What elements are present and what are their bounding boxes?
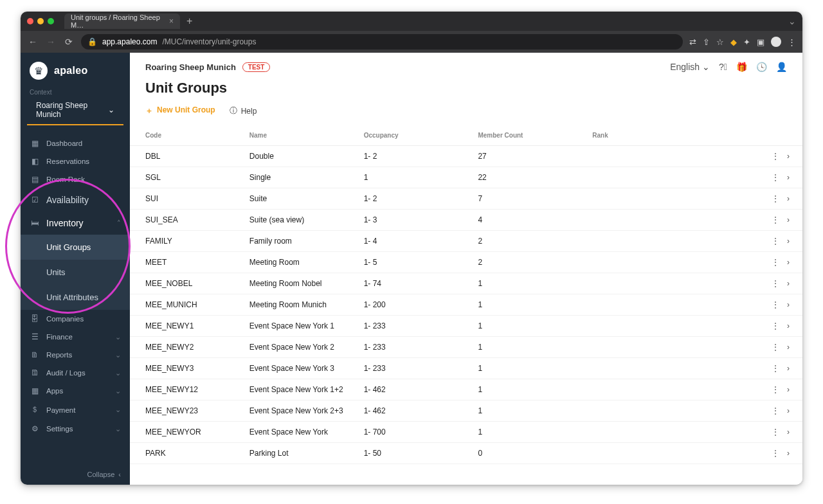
more-icon[interactable]: ⋮	[772, 237, 779, 246]
sidebar-sub-units[interactable]: Units	[21, 260, 130, 285]
table-row[interactable]: MEE_NOBELMeeting Room Nobel1- 741⋮›	[130, 273, 802, 294]
sidebar-item-companies[interactable]: 🗄 Companies	[21, 310, 130, 328]
table-row[interactable]: DBLDouble1- 227⋮›	[130, 146, 802, 167]
sidebar-item-availability[interactable]: ☑ Availability	[21, 188, 130, 212]
table-row[interactable]: FAMILYFamily room1- 42⋮›	[130, 231, 802, 252]
menu-icon[interactable]: ⋮	[788, 37, 796, 47]
chevron-right-icon[interactable]: ›	[787, 279, 790, 288]
extension-icon[interactable]: ◆	[730, 37, 737, 47]
gift-icon[interactable]: 🎁	[736, 62, 747, 72]
chevron-right-icon[interactable]: ›	[787, 385, 790, 394]
table-row[interactable]: PARKParking Lot1- 500⋮›	[130, 443, 802, 464]
more-icon[interactable]: ⋮	[772, 428, 779, 437]
chevron-right-icon[interactable]: ›	[787, 406, 790, 415]
table-row[interactable]: SGLSingle122⋮›	[130, 167, 802, 188]
sidebar-item-apps[interactable]: ▦ Apps ⌄	[21, 382, 130, 400]
profile-avatar[interactable]	[771, 37, 781, 47]
table-row[interactable]: MEE_NEWYOREvent Space New York1- 7001⋮›	[130, 422, 802, 443]
forward-button[interactable]: →	[45, 37, 57, 47]
col-header-rank[interactable]: Rank	[587, 125, 708, 146]
more-icon[interactable]: ⋮	[772, 173, 779, 182]
sidebar-item-audit[interactable]: 🖺 Audit / Logs ⌄	[21, 364, 130, 382]
more-icon[interactable]: ⋮	[772, 194, 779, 203]
sidebar-sub-unit-groups[interactable]: Unit Groups	[21, 235, 130, 260]
chevron-right-icon[interactable]: ›	[787, 173, 790, 182]
chevron-right-icon[interactable]: ›	[787, 321, 790, 330]
col-header-code[interactable]: Code	[130, 125, 244, 146]
chevron-down-icon[interactable]: ⌄	[788, 16, 796, 26]
translate-icon[interactable]: ⇄	[689, 37, 696, 47]
window-minimize-button[interactable]	[37, 18, 44, 24]
user-icon[interactable]: 👤	[776, 62, 787, 72]
sidebar-item-reservations[interactable]: ◧ Reservations	[21, 152, 130, 170]
sidebar-item-settings[interactable]: ⚙ Settings ⌄	[21, 420, 130, 438]
window-zoom-button[interactable]	[48, 18, 54, 24]
browser-tab[interactable]: Unit groups / Roaring Sheep M… ×	[64, 14, 180, 29]
more-icon[interactable]: ⋮	[772, 364, 779, 373]
more-icon[interactable]: ⋮	[772, 343, 779, 352]
chevron-right-icon[interactable]: ›	[787, 428, 790, 437]
more-icon[interactable]: ⋮	[772, 406, 779, 415]
table-row[interactable]: SUI_SEASuite (sea view)1- 34⋮›	[130, 210, 802, 231]
table-row[interactable]: MEE_NEWY23Event Space New York 2+31- 462…	[130, 401, 802, 422]
language-selector[interactable]: English ⌄	[670, 62, 710, 72]
table-row[interactable]: SUISuite1- 27⋮›	[130, 188, 802, 210]
more-icon[interactable]: ⋮	[772, 449, 779, 458]
chevron-right-icon[interactable]: ›	[787, 215, 790, 224]
table-row[interactable]: MEE_NEWY12Event Space New York 1+21- 462…	[130, 379, 802, 401]
cell-rank	[587, 252, 708, 273]
table-row[interactable]: MEE_NEWY3Event Space New York 31- 2331⋮›	[130, 358, 802, 379]
reload-button[interactable]: ⟳	[63, 37, 75, 47]
chevron-right-icon[interactable]: ›	[787, 364, 790, 373]
chevron-right-icon[interactable]: ›	[787, 152, 790, 161]
more-icon[interactable]: ⋮	[772, 152, 779, 161]
col-header-occupancy[interactable]: Occupancy	[359, 125, 473, 146]
collapse-sidebar-button[interactable]: Collapse ‹	[21, 464, 130, 485]
new-tab-button[interactable]: +	[186, 16, 192, 26]
more-icon[interactable]: ⋮	[772, 258, 779, 267]
chevron-right-icon[interactable]: ›	[787, 300, 790, 309]
cell-rank	[587, 167, 708, 188]
sidebar-item-finance[interactable]: ☰ Finance ⌄	[21, 328, 130, 346]
col-header-name[interactable]: Name	[244, 125, 359, 146]
table-row[interactable]: MEE_NEWY2Event Space New York 21- 2331⋮›	[130, 337, 802, 358]
context-selector[interactable]: Roaring Sheep Munich ⌄	[27, 97, 123, 125]
more-icon[interactable]: ⋮	[772, 215, 779, 224]
more-icon[interactable]: ⋮	[772, 385, 779, 394]
cell-actions: ⋮›	[709, 273, 802, 294]
col-header-member-count[interactable]: Member Count	[473, 125, 587, 146]
cell-actions: ⋮›	[709, 210, 802, 231]
more-icon[interactable]: ⋮	[772, 300, 779, 309]
more-icon[interactable]: ⋮	[772, 321, 779, 330]
sidebar-sub-unit-attributes[interactable]: Unit Attributes	[21, 285, 130, 310]
star-icon[interactable]: ☆	[716, 37, 724, 47]
puzzle-icon[interactable]: ✦	[743, 37, 750, 47]
more-icon[interactable]: ⋮	[772, 279, 779, 288]
cell-member-count: 1	[473, 358, 587, 379]
table-row[interactable]: MEE_NEWY1Event Space New York 11- 2331⋮›	[130, 316, 802, 337]
close-icon[interactable]: ×	[169, 17, 174, 25]
chevron-right-icon[interactable]: ›	[787, 194, 790, 203]
address-bar[interactable]: 🔒 app.apaleo.com/MUC/inventory/unit-grou…	[81, 34, 683, 50]
clock-icon[interactable]: 🕓	[756, 62, 767, 72]
sidepanel-icon[interactable]: ▣	[757, 37, 764, 47]
chevron-right-icon[interactable]: ›	[787, 258, 790, 267]
window-close-button[interactable]	[27, 18, 33, 24]
chevron-right-icon[interactable]: ›	[787, 343, 790, 352]
back-button[interactable]: ←	[27, 37, 39, 47]
chevron-right-icon[interactable]: ›	[787, 237, 790, 246]
new-unit-group-button[interactable]: ＋ New Unit Group	[145, 105, 215, 116]
sidebar-item-payment[interactable]: ＄ Payment ⌄	[21, 400, 130, 420]
help-icon[interactable]: ?⃝	[719, 62, 727, 72]
table-row[interactable]: MEE_MUNICHMeeting Room Munich1- 2001⋮›	[130, 294, 802, 316]
sidebar-item-reports[interactable]: 🗎 Reports ⌄	[21, 346, 130, 364]
help-button[interactable]: ⓘ Help	[230, 105, 257, 116]
table-row[interactable]: MEETMeeting Room1- 52⋮›	[130, 252, 802, 273]
chevron-right-icon[interactable]: ›	[787, 449, 790, 458]
share-icon[interactable]: ⇧	[703, 37, 710, 47]
sidebar-item-inventory[interactable]: 🛏 Inventory ˄	[21, 212, 130, 235]
cell-member-count: 2	[473, 231, 587, 252]
sidebar-item-roomrack[interactable]: ▤ Room Rack	[21, 170, 130, 188]
sidebar-item-dashboard[interactable]: ▦ Dashboard	[21, 134, 130, 152]
brand-logo[interactable]: ♛ apaleo	[21, 53, 130, 86]
